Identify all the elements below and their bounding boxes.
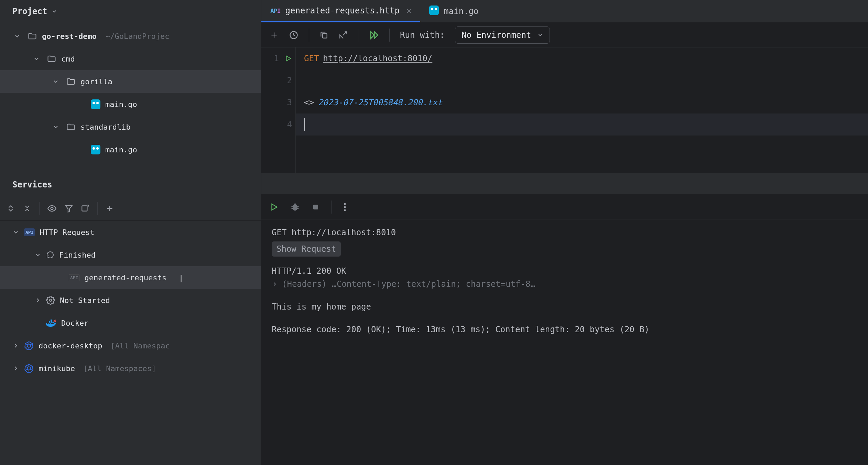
svg-point-42 (344, 203, 346, 205)
svc-label: Finished (59, 251, 96, 259)
svc-hint: [All Namespaces] (83, 364, 156, 373)
svg-line-4 (343, 32, 347, 35)
tree-row-gorilla-main[interactable]: main.go (0, 93, 261, 116)
chevron-down-icon (14, 33, 23, 40)
svc-http-request[interactable]: API HTTP Request (0, 221, 261, 244)
svg-line-29 (30, 367, 32, 367)
svg-line-37 (292, 206, 293, 206)
separator (358, 29, 358, 42)
close-icon[interactable]: ✕ (406, 6, 411, 15)
tree-label: standardlib (80, 123, 131, 131)
svg-line-22 (30, 346, 32, 347)
svg-marker-9 (65, 205, 72, 212)
filter-icon[interactable] (64, 204, 73, 213)
code-line-current[interactable] (296, 113, 868, 136)
svg-rect-41 (313, 205, 318, 209)
add-service-icon[interactable] (105, 204, 114, 213)
svg-point-44 (344, 209, 346, 211)
more-icon[interactable] (344, 202, 346, 212)
chevron-down-icon (33, 55, 42, 62)
run-gutter-icon[interactable] (284, 55, 292, 62)
svg-point-43 (344, 206, 346, 208)
selection-cursor: | (179, 273, 183, 282)
svc-hint: [All Namespac (110, 342, 170, 350)
tab-label: generated-requests.http (285, 6, 400, 15)
tree-row-gorilla[interactable]: gorilla (0, 70, 261, 93)
tab-label: main.go (444, 7, 478, 16)
svc-finished[interactable]: Finished (0, 244, 261, 266)
svc-label: docker-desktop (39, 342, 102, 350)
chevron-down-icon (52, 78, 61, 85)
run-all-icon[interactable] (369, 30, 379, 40)
tree-row-standardlib-main[interactable]: main.go (0, 138, 261, 161)
chevron-down-icon (52, 123, 61, 130)
tree-label: go-rest-demo (42, 32, 97, 41)
svc-label: Not Started (60, 296, 110, 305)
line-number: 2 (287, 76, 292, 85)
project-panel-header[interactable]: Project (0, 0, 261, 23)
svg-point-36 (294, 203, 296, 206)
svg-line-30 (30, 369, 32, 370)
tree-label: gorilla (80, 77, 112, 86)
folder-icon (46, 54, 57, 64)
tree-row-cmd[interactable]: cmd (0, 47, 261, 70)
code-line[interactable] (296, 69, 868, 91)
response-marker: <> (304, 98, 314, 107)
services-panel-header[interactable]: Services (0, 173, 261, 196)
code-editor[interactable]: 1 2 3 4 GET http://localhost:8010/ <> 20… (261, 47, 868, 173)
refresh-icon (46, 251, 54, 259)
svc-minikube[interactable]: minikube [All Namespaces] (0, 357, 261, 380)
headers-text: (Headers) …Content-Type: text/plain; cha… (282, 278, 535, 290)
copy-icon[interactable] (319, 31, 328, 40)
svg-rect-3 (323, 33, 327, 38)
go-file-icon (90, 145, 101, 154)
svc-docker[interactable]: Docker (0, 312, 261, 334)
line-number: 4 (287, 120, 292, 129)
debug-icon[interactable] (290, 202, 300, 212)
line-number: 1 (274, 54, 279, 63)
tree-row-standardlib[interactable]: standardlib (0, 116, 261, 138)
history-icon[interactable] (289, 30, 299, 40)
response-filename: 2023-07-25T005848.200.txt (318, 98, 442, 107)
svc-docker-desktop[interactable]: docker-desktop [All Namespac (0, 334, 261, 357)
api-icon: API (24, 228, 35, 236)
chevron-down-icon (12, 229, 19, 236)
chevron-right-icon (12, 365, 19, 372)
services-tree: API HTTP Request Finished API generated-… (0, 221, 261, 465)
chevron-right-icon (12, 342, 19, 349)
show-hidden-icon[interactable] (47, 204, 57, 213)
tree-row-root[interactable]: go-rest-demo ~/GoLandProjec (0, 25, 261, 47)
code-line[interactable]: GET http://localhost:8010/ (296, 47, 868, 69)
response-headers-line[interactable]: (Headers) …Content-Type: text/plain; cha… (272, 278, 858, 290)
docker-icon (46, 319, 56, 327)
expand-all-icon[interactable] (6, 204, 15, 213)
import-icon[interactable] (339, 31, 348, 40)
svg-marker-5 (371, 32, 374, 39)
svg-marker-34 (272, 204, 277, 210)
svc-generated-requests[interactable]: API generated-requests | (0, 266, 261, 289)
add-icon[interactable] (270, 31, 279, 40)
response-body[interactable]: GET http://localhost:8010 Show Request H… (261, 219, 868, 465)
environment-select[interactable]: No Environment (455, 26, 550, 44)
stop-icon[interactable] (312, 203, 320, 211)
chevron-down-icon (51, 8, 57, 14)
rerun-icon[interactable] (270, 203, 279, 212)
api-file-icon: API (270, 7, 281, 14)
tab-generated-requests[interactable]: API generated-requests.http ✕ (261, 0, 420, 22)
svg-line-25 (26, 344, 28, 345)
show-request-button[interactable]: Show Request (272, 241, 341, 257)
text-caret (304, 118, 305, 131)
svg-line-33 (26, 367, 28, 367)
code-lines: GET http://localhost:8010/ <> 2023-07-25… (296, 47, 868, 173)
api-file-icon: API (69, 274, 79, 281)
response-request-line: GET http://localhost:8010 (272, 226, 858, 239)
code-line[interactable]: <> 2023-07-25T005848.200.txt (296, 91, 868, 113)
svg-point-15 (50, 299, 52, 302)
kubernetes-icon (24, 364, 34, 373)
group-by-icon[interactable] (81, 204, 90, 213)
svg-rect-10 (82, 206, 87, 211)
svg-point-8 (51, 207, 53, 209)
tab-main-go[interactable]: main.go (420, 0, 487, 22)
collapse-all-icon[interactable] (23, 204, 32, 213)
svc-not-started[interactable]: Not Started (0, 289, 261, 312)
